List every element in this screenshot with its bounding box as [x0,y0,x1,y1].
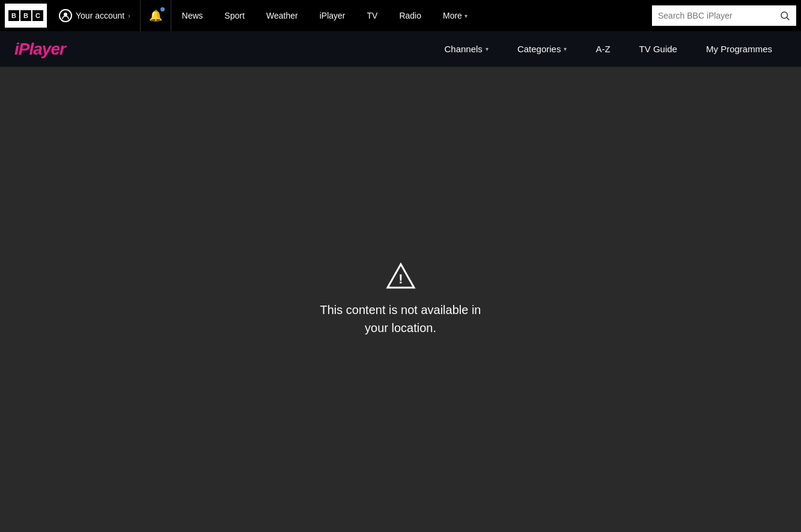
categories-label: Categories [517,44,561,54]
more-dropdown-icon: ▾ [464,13,468,19]
iplayer-logo[interactable]: iPlayer [14,41,65,58]
channels-dropdown-icon: ▾ [486,46,489,52]
error-line1: This content is not available in [320,301,481,319]
svg-point-0 [64,13,67,16]
warning-icon: ! [386,262,416,289]
account-menu[interactable]: Your account › [49,0,141,31]
error-line2: your location. [320,319,481,337]
search-input[interactable] [652,5,773,26]
iplayer-nav-my-programmes[interactable]: My Programmes [692,31,787,67]
search-icon [779,10,790,21]
nav-item-sport[interactable]: Sport [214,0,255,31]
svg-line-2 [787,17,789,20]
nav-label-more: More [443,11,462,20]
svg-point-1 [781,12,788,19]
nav-label-sport: Sport [225,11,245,20]
tv-guide-label: TV Guide [639,44,677,54]
iplayer-nav-channels[interactable]: Channels ▾ [430,31,502,67]
bbc-logo-b1: B [8,10,19,21]
iplayer-logo-i: i [14,40,19,58]
iplayer-nav-tv-guide[interactable]: TV Guide [625,31,692,67]
channels-label: Channels [444,44,482,54]
iplayer-logo-player: Player [19,40,65,58]
my-programmes-label: My Programmes [706,44,772,54]
nav-label-weather: Weather [266,11,298,20]
notifications-bell[interactable]: 🔔 [141,0,171,31]
notification-dot [160,7,165,11]
nav-item-iplayer[interactable]: iPlayer [309,0,356,31]
nav-label-news: News [182,11,203,20]
bell-icon: 🔔 [149,9,162,22]
account-label: Your account [76,11,124,20]
search-button[interactable] [773,5,796,26]
bbc-logo[interactable]: B B C [5,4,47,28]
nav-item-tv[interactable]: TV [356,0,389,31]
nav-label-radio: Radio [399,11,421,20]
iplayer-nav-az[interactable]: A-Z [581,31,624,67]
iplayer-nav: Channels ▾ Categories ▾ A-Z TV Guide My … [430,31,787,67]
error-container: ! This content is not available in your … [320,262,481,337]
categories-dropdown-icon: ▾ [564,46,567,52]
account-icon [59,9,72,22]
nav-label-tv: TV [367,11,378,20]
iplayer-header: iPlayer Channels ▾ Categories ▾ A-Z TV G… [0,31,801,67]
iplayer-nav-categories[interactable]: Categories ▾ [503,31,582,67]
error-message: This content is not available in your lo… [320,301,481,337]
search-box[interactable] [652,5,796,26]
nav-item-weather[interactable]: Weather [255,0,309,31]
nav-label-iplayer: iPlayer [320,11,346,20]
bbc-logo-c: C [32,10,43,21]
bbc-top-nav: B B C Your account › 🔔 News Sport Weathe… [0,0,801,31]
nav-item-more[interactable]: More ▾ [432,0,478,31]
nav-item-radio[interactable]: Radio [388,0,432,31]
svg-text:!: ! [398,271,403,286]
nav-item-news[interactable]: News [171,0,214,31]
bbc-logo-b2: B [20,10,31,21]
az-label: A-Z [595,44,610,54]
main-content: ! This content is not available in your … [0,67,801,532]
chevron-right-icon: › [128,13,130,19]
